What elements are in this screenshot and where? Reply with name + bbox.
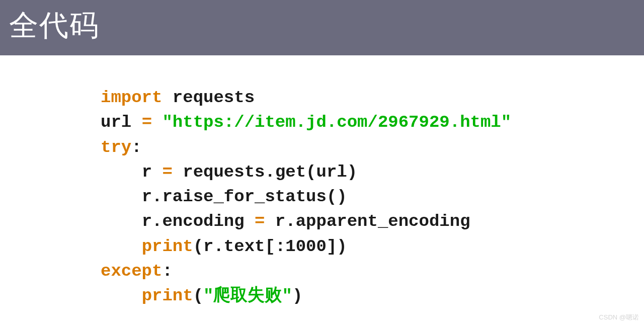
code-token: print <box>142 286 193 305</box>
code-token: "爬取失败" <box>203 286 292 305</box>
code-token: print <box>142 237 193 256</box>
code-token: r.raise_for_status() <box>142 187 347 206</box>
code-line: url = "https://item.jd.com/2967929.html" <box>101 113 511 132</box>
code-token: "https://item.jd.com/2967929.html" <box>162 113 511 132</box>
code-panel: import requests url = "https://item.jd.c… <box>0 55 644 325</box>
code-token: requests.get(url) <box>173 162 357 182</box>
code-line: try: <box>101 138 142 157</box>
code-token: try <box>101 138 131 157</box>
code-token: = <box>142 113 152 132</box>
code-token: r.encoding <box>142 212 255 231</box>
code-token: r.apparent_encoding <box>265 212 470 231</box>
code-token: import <box>101 88 162 107</box>
code-block: import requests url = "https://item.jd.c… <box>101 86 644 309</box>
code-token: = <box>162 162 172 182</box>
code-line: r = requests.get(url) <box>101 162 357 182</box>
code-token: ( <box>193 286 203 305</box>
code-token: ) <box>292 286 302 305</box>
watermark: CSDN @嗯诺 <box>599 313 639 322</box>
code-line: print(r.text[:1000]) <box>101 237 347 256</box>
code-token <box>152 113 162 132</box>
code-token: requests <box>162 88 255 107</box>
code-token: : <box>131 138 141 157</box>
code-line: r.raise_for_status() <box>101 187 347 206</box>
code-line: import requests <box>101 88 255 107</box>
code-token: url <box>101 113 142 132</box>
code-line: print("爬取失败") <box>101 286 302 305</box>
code-token: = <box>255 212 265 231</box>
code-token: except <box>101 262 162 281</box>
code-line: except: <box>101 262 173 281</box>
code-token: : <box>162 262 172 281</box>
code-token: r <box>142 162 163 182</box>
code-line: r.encoding = r.apparent_encoding <box>101 212 470 231</box>
header-title: 全代码 <box>9 6 100 45</box>
code-token: (r.text[:1000]) <box>193 237 347 256</box>
header-banner: 全代码 <box>0 0 644 55</box>
